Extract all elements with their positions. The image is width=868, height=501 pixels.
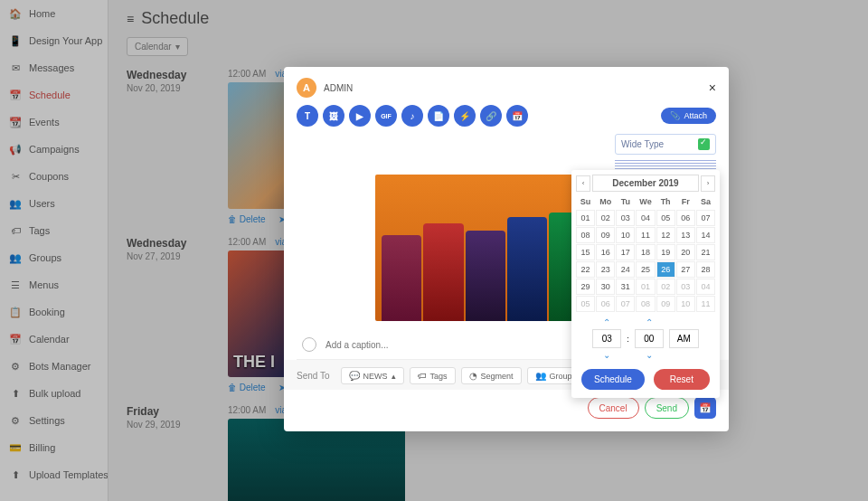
date-cell[interactable]: 02 <box>656 279 675 295</box>
chip-news[interactable]: 💬NEWS ▴ <box>341 367 404 384</box>
chip-icon: 💬 <box>349 371 360 381</box>
date-cell[interactable]: 06 <box>676 210 695 226</box>
date-cell[interactable]: 26 <box>656 261 675 278</box>
date-cell[interactable]: 24 <box>616 261 635 278</box>
date-cell[interactable]: 03 <box>616 210 635 226</box>
minute-down[interactable]: ⌄ <box>646 350 653 360</box>
date-cell[interactable]: 20 <box>676 244 695 260</box>
date-cell[interactable]: 09 <box>596 227 615 243</box>
modal-user: ADMIN <box>324 83 353 93</box>
chip-label: Tags <box>430 372 448 381</box>
dow-header: Sa <box>696 194 715 209</box>
attach-button[interactable]: 📎Attach <box>661 108 716 124</box>
tool-T[interactable]: T <box>297 105 318 127</box>
decorative-lines <box>615 160 716 169</box>
date-cell[interactable]: 18 <box>636 244 655 260</box>
tool-bolt[interactable]: ⚡ <box>454 105 476 127</box>
date-cell[interactable]: 08 <box>636 296 655 312</box>
date-cell[interactable]: 06 <box>596 296 615 312</box>
send-to-label: Send To <box>297 371 330 381</box>
picker-month[interactable]: December 2019 <box>592 175 699 192</box>
date-cell[interactable]: 02 <box>596 210 615 226</box>
paperclip-icon: 📎 <box>670 111 680 120</box>
chip-tags[interactable]: 🏷Tags <box>410 367 456 384</box>
schedule-button[interactable]: Schedule <box>581 369 645 390</box>
date-cell[interactable]: 05 <box>576 296 595 312</box>
caret-up-icon: ▴ <box>392 372 396 381</box>
date-cell[interactable]: 16 <box>596 244 615 260</box>
date-cell[interactable]: 01 <box>636 279 655 295</box>
check-icon <box>698 138 710 150</box>
date-cell[interactable]: 12 <box>656 227 675 243</box>
dow-header: Th <box>656 194 675 209</box>
chip-icon: 👥 <box>535 371 546 381</box>
date-cell[interactable]: 03 <box>676 279 695 295</box>
chip-label: NEWS <box>363 372 388 381</box>
date-cell[interactable]: 30 <box>596 279 615 295</box>
close-icon[interactable]: × <box>709 80 716 95</box>
tool-GIF[interactable]: GIF <box>375 105 397 127</box>
date-cell[interactable]: 04 <box>696 279 715 295</box>
calendar-icon: 📅 <box>699 402 712 414</box>
date-cell[interactable]: 27 <box>676 261 695 278</box>
next-month-button[interactable]: › <box>701 175 715 192</box>
chip-icon: 🏷 <box>418 371 427 381</box>
avatar: A <box>297 78 316 98</box>
tool-cal[interactable]: 📅 <box>506 105 528 127</box>
date-cell[interactable]: 09 <box>656 296 675 312</box>
tool-link[interactable]: 🔗 <box>480 105 502 127</box>
dow-header: Tu <box>616 194 635 209</box>
dow-header: Su <box>576 194 595 209</box>
date-cell[interactable]: 08 <box>576 227 595 243</box>
date-cell[interactable]: 05 <box>656 210 675 226</box>
send-button[interactable]: Send <box>645 397 689 419</box>
tool-img[interactable]: 🖼 <box>323 105 344 127</box>
date-cell[interactable]: 31 <box>616 279 635 295</box>
dow-header: We <box>636 194 655 209</box>
date-picker: ‹ December 2019 › SuMoTuWeThFrSa01020304… <box>571 170 720 398</box>
tool-aud[interactable]: ♪ <box>401 105 423 127</box>
date-cell[interactable]: 07 <box>696 210 715 226</box>
date-cell[interactable]: 13 <box>676 227 695 243</box>
date-cell[interactable]: 15 <box>576 244 595 260</box>
dow-header: Mo <box>596 194 615 209</box>
chip-label: Segment <box>481 372 514 381</box>
date-cell[interactable]: 17 <box>616 244 635 260</box>
date-cell[interactable]: 23 <box>596 261 615 278</box>
wide-type-toggle[interactable]: Wide Type <box>615 134 716 155</box>
date-cell[interactable]: 11 <box>696 296 715 312</box>
date-cell[interactable]: 01 <box>576 210 595 226</box>
date-cell[interactable]: 25 <box>636 261 655 278</box>
schedule-icon-button[interactable]: 📅 <box>694 397 716 419</box>
date-cell[interactable]: 29 <box>576 279 595 295</box>
ampm-toggle[interactable]: AM <box>669 329 699 348</box>
date-cell[interactable]: 11 <box>636 227 655 243</box>
hour-up[interactable]: ⌃ <box>603 317 610 327</box>
hour-input[interactable]: 03 <box>592 329 621 348</box>
emoji-icon[interactable] <box>302 337 316 352</box>
date-cell[interactable]: 22 <box>576 261 595 278</box>
minute-input[interactable]: 00 <box>635 329 664 348</box>
date-cell[interactable]: 10 <box>616 227 635 243</box>
date-cell[interactable]: 14 <box>696 227 715 243</box>
prev-month-button[interactable]: ‹ <box>576 175 590 192</box>
minute-up[interactable]: ⌃ <box>646 317 653 327</box>
cancel-button[interactable]: Cancel <box>588 397 639 419</box>
date-cell[interactable]: 04 <box>636 210 655 226</box>
reset-button[interactable]: Reset <box>654 369 710 390</box>
dow-header: Fr <box>676 194 695 209</box>
date-cell[interactable]: 07 <box>616 296 635 312</box>
chip-icon: ◔ <box>469 371 477 381</box>
hour-down[interactable]: ⌄ <box>603 350 610 360</box>
date-cell[interactable]: 28 <box>696 261 715 278</box>
tool-vid[interactable]: ▶ <box>349 105 371 127</box>
date-cell[interactable]: 19 <box>656 244 675 260</box>
date-cell[interactable]: 21 <box>696 244 715 260</box>
tool-doc[interactable]: 📄 <box>428 105 449 127</box>
date-cell[interactable]: 10 <box>676 296 695 312</box>
chip-segment[interactable]: ◔Segment <box>461 367 522 384</box>
